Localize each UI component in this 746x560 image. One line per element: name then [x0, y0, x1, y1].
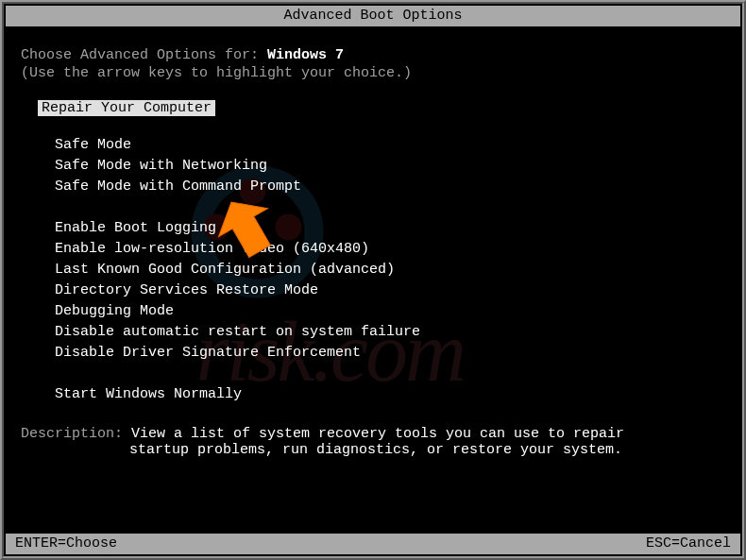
- option-disable-auto-restart[interactable]: Disable automatic restart on system fail…: [55, 322, 725, 343]
- option-last-known-good[interactable]: Last Known Good Configuration (advanced): [55, 260, 725, 280]
- option-start-windows-normally[interactable]: Start Windows Normally: [55, 384, 725, 405]
- description-block: Description: View a list of system recov…: [21, 426, 725, 458]
- os-name: Windows 7: [267, 47, 344, 63]
- footer-esc-hint: ESC=Cancel: [646, 534, 731, 554]
- instruction-hint: (Use the arrow keys to highlight your ch…: [21, 65, 725, 81]
- option-low-resolution-video[interactable]: Enable low-resolution video (640x480): [55, 239, 725, 260]
- page-title: Advanced Boot Options: [283, 8, 462, 24]
- description-text-line1: View a list of system recovery tools you…: [131, 426, 624, 442]
- boot-options-list: Safe Mode Safe Mode with Networking Safe…: [55, 135, 725, 405]
- option-directory-services-restore[interactable]: Directory Services Restore Mode: [55, 280, 725, 301]
- description-label: Description:: [21, 426, 131, 442]
- footer-enter-hint: ENTER=Choose: [15, 534, 117, 554]
- option-repair-your-computer-selected[interactable]: Repair Your Computer: [38, 100, 215, 116]
- option-safe-mode-networking[interactable]: Safe Mode with Networking: [55, 156, 725, 177]
- option-debugging-mode[interactable]: Debugging Mode: [55, 301, 725, 322]
- description-text-line2: startup problems, run diagnostics, or re…: [129, 442, 725, 458]
- instruction-prefix: Choose Advanced Options for:: [21, 47, 267, 63]
- footer-bar: ENTER=Choose ESC=Cancel: [6, 534, 740, 554]
- title-bar: Advanced Boot Options: [6, 6, 740, 26]
- option-disable-driver-signature[interactable]: Disable Driver Signature Enforcement: [55, 343, 725, 364]
- option-enable-boot-logging[interactable]: Enable Boot Logging: [55, 218, 725, 239]
- instruction-line: Choose Advanced Options for: Windows 7: [21, 47, 725, 63]
- option-safe-mode-command-prompt[interactable]: Safe Mode with Command Prompt: [55, 177, 725, 197]
- option-safe-mode[interactable]: Safe Mode: [55, 135, 725, 156]
